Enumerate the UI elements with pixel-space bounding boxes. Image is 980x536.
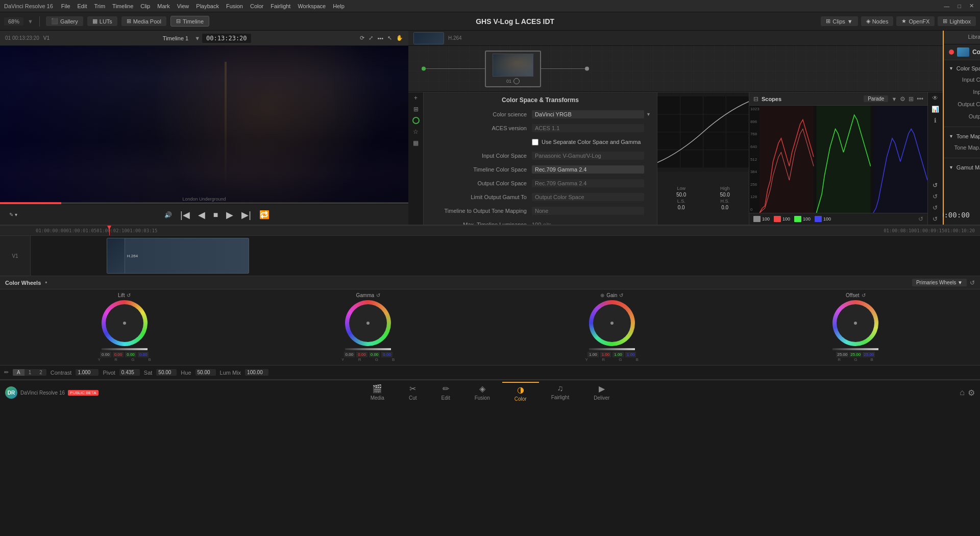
zoom-level[interactable]: 68% <box>4 17 23 26</box>
nav-edit[interactable]: ✏ Edit <box>429 382 462 404</box>
menu-timeline[interactable]: Timeline <box>112 3 133 9</box>
library-tab[interactable]: Library <box>944 31 980 44</box>
offset-reset-icon[interactable]: ↺ <box>862 293 866 298</box>
tab-2[interactable]: 2 <box>35 369 46 376</box>
stop-button[interactable]: ■ <box>213 210 218 220</box>
menu-trim[interactable]: Trim <box>94 3 106 9</box>
hue-input[interactable] <box>195 369 216 376</box>
menu-fusion[interactable]: Fusion <box>226 3 243 9</box>
menu-edit[interactable]: Edit <box>78 3 87 9</box>
settings-nav-icon[interactable]: ⚙ <box>968 388 975 398</box>
pivot-input[interactable] <box>119 369 140 376</box>
reset4-icon[interactable]: ↺ <box>933 215 938 223</box>
play-backward-button[interactable]: ◀ <box>198 209 205 221</box>
lift-slider[interactable] <box>102 348 148 350</box>
limit-output-dropdown[interactable]: Output Color Space <box>532 193 644 201</box>
more-icon[interactable]: ••• <box>377 35 383 41</box>
scopes-type[interactable]: Parade <box>864 95 888 102</box>
scopes-dropdown-icon[interactable]: ▼ <box>891 96 897 102</box>
node-grid-icon[interactable]: ⊞ <box>413 106 419 113</box>
menu-mark[interactable]: Mark <box>157 3 169 9</box>
gallery-button[interactable]: ⬛ Gallery <box>46 16 83 26</box>
gamma-reset-icon[interactable]: ↺ <box>376 293 380 298</box>
scopes-grid-icon[interactable]: ⊞ <box>909 95 914 103</box>
node-settings-icon[interactable] <box>513 78 520 84</box>
timeline-cs-dropdown[interactable]: Rec.709 Gamma 2.4 <box>532 165 644 174</box>
lift-reset-icon[interactable]: ↺ <box>127 293 131 298</box>
input-cs-dropdown[interactable]: Panasonic V-Gamut/V-Log <box>532 152 644 160</box>
media-icon[interactable]: ▦ <box>413 139 419 147</box>
reset3-icon[interactable]: ↺ <box>933 204 938 211</box>
cst-section-header[interactable]: Color Space Transform <box>944 63 980 74</box>
reset2-icon[interactable]: ↺ <box>933 193 938 200</box>
go-to-start-button[interactable]: |◀ <box>180 209 190 221</box>
scope-expand-icon[interactable]: ⊟ <box>753 95 758 103</box>
lum-mix-input[interactable] <box>245 369 268 376</box>
menu-view[interactable]: View <box>177 3 189 9</box>
lift-wheel[interactable] <box>102 300 148 346</box>
info-icon[interactable]: ℹ <box>934 117 937 124</box>
cst-tone-mapping-header[interactable]: Tone Mapping <box>944 131 980 141</box>
lightbox-button[interactable]: ⊞ Lightbox <box>938 16 976 26</box>
progress-bar-track[interactable] <box>0 202 408 204</box>
menu-clip[interactable]: Clip <box>140 3 150 9</box>
tab-1[interactable]: 1 <box>24 369 36 376</box>
nav-media[interactable]: 🎬 Media <box>358 382 397 404</box>
nav-fusion[interactable]: ◈ Fusion <box>462 382 502 404</box>
timeline-button[interactable]: ⊟ Timeline <box>170 16 209 27</box>
nav-color[interactable]: ◑ Color <box>502 382 539 404</box>
nav-cut[interactable]: ✂ Cut <box>397 382 429 404</box>
pencil-icon[interactable]: ✏ <box>4 369 9 376</box>
tl-output-tone-dropdown[interactable]: None <box>532 207 644 215</box>
go-to-end-button[interactable]: ▶| <box>241 209 251 221</box>
settings-icon[interactable]: ☆ <box>413 128 419 135</box>
color-science-dropdown[interactable]: DaVinci YRGB <box>532 110 644 118</box>
loop-button[interactable]: 🔁 <box>259 210 270 220</box>
record-icon[interactable] <box>412 117 420 124</box>
gain-wheel[interactable] <box>589 300 635 346</box>
menu-workspace[interactable]: Workspace <box>298 3 326 9</box>
timeline-clip-1[interactable]: H.264 <box>107 238 249 274</box>
minimize-button[interactable]: — <box>942 3 951 9</box>
cw-reset-icon[interactable]: ↺ <box>970 279 975 286</box>
output-cs-dropdown[interactable]: Rec.709 Gamma 2.4 <box>532 179 644 187</box>
aces-version-dropdown[interactable]: ACES 1.1 <box>532 124 644 132</box>
use-separate-checkbox[interactable] <box>532 139 538 145</box>
gamma-wheel[interactable] <box>345 300 391 346</box>
home-icon[interactable]: ⌂ <box>960 388 965 397</box>
node-box[interactable]: 01 <box>485 51 541 87</box>
gain-slider[interactable] <box>589 348 635 350</box>
menu-help[interactable]: Help <box>333 3 345 9</box>
nav-fairlight[interactable]: ♫ Fairlight <box>539 382 582 404</box>
gain-reset-icon[interactable]: ↺ <box>619 293 623 298</box>
close-button[interactable]: ✕ <box>967 3 976 9</box>
tools-icon[interactable]: ✎ ▾ <box>9 212 17 217</box>
openfx-button[interactable]: ★ OpenFX <box>896 16 935 26</box>
maximize-button[interactable]: □ <box>955 3 963 9</box>
primaries-wheels-button[interactable]: Primaries Wheels ▼ <box>912 279 967 286</box>
contrast-input[interactable] <box>76 369 99 376</box>
media-pool-button[interactable]: ⊞ Media Pool <box>121 16 166 26</box>
sat-input[interactable] <box>156 369 177 376</box>
nodes-button[interactable]: ◈ Nodes <box>861 16 894 26</box>
menu-playback[interactable]: Playback <box>196 3 219 9</box>
cst-gamut-mapping-header[interactable]: Gamut Mapping <box>944 162 980 173</box>
scope-reset-icon[interactable]: ↺ <box>918 215 923 223</box>
reset-all-icon[interactable]: ↺ <box>933 182 938 189</box>
nav-deliver[interactable]: ▶ Deliver <box>581 382 622 404</box>
eye-icon[interactable]: 👁 <box>932 94 938 102</box>
scopes-settings-icon[interactable]: ⚙ <box>900 95 905 103</box>
luts-button[interactable]: ▦ LUTs <box>87 16 117 26</box>
gamma-slider[interactable] <box>345 348 391 350</box>
tab-a[interactable]: A <box>13 369 24 376</box>
scopes-more-icon[interactable]: ••• <box>917 95 923 103</box>
play-button[interactable]: ▶ <box>226 209 233 221</box>
track-timeline[interactable]: H.264 <box>31 236 980 276</box>
offset-slider[interactable] <box>832 348 878 350</box>
chart-icon[interactable]: 📊 <box>932 106 939 113</box>
clips-button[interactable]: ⊞ Clips ▼ <box>821 16 857 26</box>
add-node-icon[interactable]: + <box>414 94 418 102</box>
offset-wheel[interactable] <box>832 300 878 346</box>
timeline-name[interactable]: Timeline 1 <box>163 35 188 41</box>
menu-file[interactable]: File <box>61 3 70 9</box>
